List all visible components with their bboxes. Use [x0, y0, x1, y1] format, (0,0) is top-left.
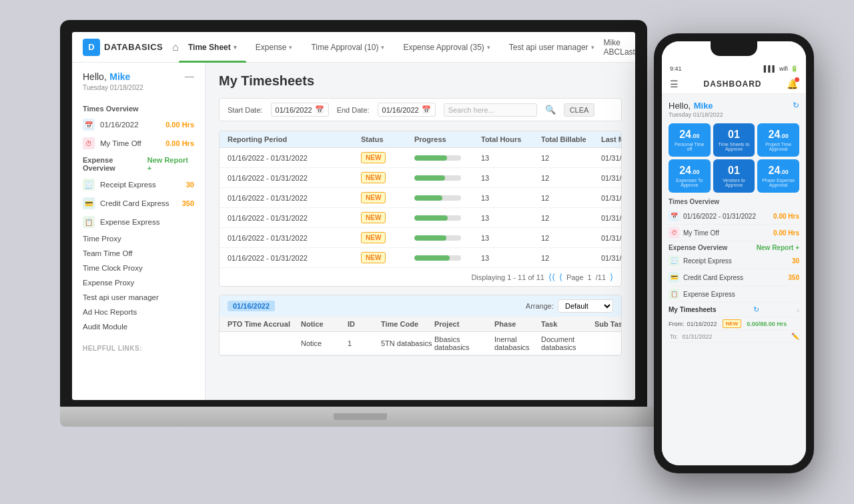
- cell-modified: 01/31/2022: [601, 234, 622, 242]
- stat-card-expenses: 24.00 Expenses To Approve: [669, 159, 711, 193]
- nav-tab-expense[interactable]: Expense ▾: [246, 32, 302, 63]
- phone-ts-from: From: 01/16/2022 NEW 0.00/88.00 Hrs: [669, 319, 799, 328]
- first-page-button[interactable]: ⟨⟨: [548, 272, 555, 282]
- receipt-icon: 🧾: [669, 255, 679, 266]
- chevron-down-icon: ▾: [487, 44, 490, 51]
- end-date-input[interactable]: 01/16/2022 📅: [378, 103, 436, 117]
- cell-modified: 01/31/2022: [601, 254, 622, 262]
- bell-icon[interactable]: 🔔: [787, 79, 798, 89]
- minimize-icon[interactable]: —: [185, 71, 194, 81]
- search-input[interactable]: Search here...: [444, 103, 537, 117]
- cell-modified: 01/31/2022: [601, 214, 622, 222]
- timesheets-table: Reporting Period Status Progress Total H…: [219, 131, 622, 287]
- times-overview-title: Times Overview: [72, 99, 205, 115]
- hamburger-icon[interactable]: ☰: [670, 79, 679, 89]
- col-header-billable: Total Billable: [541, 135, 601, 143]
- chevron-down-icon: ▾: [289, 44, 292, 51]
- sidebar-link-audit[interactable]: Audit Module: [72, 319, 205, 334]
- cell-period: 01/16/2022 - 01/31/2022: [228, 154, 361, 162]
- page-number: 1: [588, 273, 592, 281]
- col-header-progress: Progress: [414, 135, 481, 143]
- clear-button[interactable]: CLEA: [564, 103, 595, 117]
- arrange-select[interactable]: Default: [558, 299, 613, 313]
- cell-hours: 13: [481, 214, 541, 222]
- phone-badge-receipt: 30: [792, 257, 799, 265]
- cell-hours: 13: [481, 174, 541, 182]
- nav-tab-timesheet[interactable]: Time Sheet ▾: [179, 32, 246, 63]
- col-header-period: Reporting Period: [228, 135, 361, 143]
- time-off-icon: ⏱: [83, 137, 95, 149]
- sidebar-link-test-api[interactable]: Test api user manager: [72, 290, 205, 305]
- status-badge: NEW: [361, 172, 386, 183]
- sidebar-item-expense[interactable]: 📋 Expense Express: [72, 213, 205, 231]
- cell-notice: Notice: [301, 339, 348, 347]
- phone-item-credit-card: 💳 Credit Card Express 350: [669, 269, 799, 286]
- cell-billable: 12: [541, 214, 601, 222]
- sidebar-greeting: Hello, Mike Tuesday 01/18/2022 —: [72, 71, 205, 99]
- cell-billable: 12: [541, 194, 601, 202]
- sidebar-link-adhoc[interactable]: Ad Hoc Reports: [72, 305, 205, 319]
- edit-icon[interactable]: ✏️: [791, 333, 799, 340]
- ts-new-badge: NEW: [723, 319, 742, 328]
- phone-item-date: 📅 01/16/2022 - 01/31/2022 0.00 Hrs: [669, 208, 799, 225]
- phone-item-receipt: 🧾 Receipt Express 30: [669, 253, 799, 269]
- stat-card-timesheets: 01 Time Sheets to Approve: [713, 123, 755, 157]
- search-icon[interactable]: 🔍: [545, 105, 556, 115]
- start-date-input[interactable]: 01/16/2022 📅: [271, 103, 329, 117]
- sidebar-link-team-time-off[interactable]: Team Time Off: [72, 246, 205, 261]
- arrange-label: Arrange:: [526, 302, 554, 310]
- sidebar-item-time-off[interactable]: ⏱ My Time Off 0.00 Hrs: [72, 134, 205, 153]
- sidebar-link-expense-proxy[interactable]: Expense Proxy: [72, 275, 205, 290]
- phone-new-report-button[interactable]: New Report +: [757, 244, 799, 251]
- cell-id: 1: [348, 339, 381, 347]
- sidebar-link-time-clock[interactable]: Time Clock Proxy: [72, 261, 205, 275]
- cell-period: 01/16/2022 - 01/31/2022: [228, 174, 361, 182]
- prev-page-button[interactable]: ⟨: [559, 272, 562, 282]
- table-row: 01/16/2022 - 01/31/2022 NEW 13 12 01/31/…: [220, 188, 621, 208]
- bth-phase: Phase: [494, 320, 541, 328]
- next-page-button[interactable]: ⟩: [610, 272, 613, 282]
- stat-label: Vendors to Approve: [717, 178, 751, 187]
- bottom-header: 01/16/2022 Arrange: Default: [220, 295, 621, 317]
- greeting-date: Tuesday 01/18/2022: [83, 84, 143, 91]
- col-header-hours: Total Hours: [481, 135, 541, 143]
- status-badge: NEW: [361, 212, 386, 223]
- cell-billable: 12: [541, 234, 601, 242]
- new-report-button[interactable]: New Report +: [147, 156, 194, 172]
- stat-label: Project Time Approval: [761, 142, 795, 151]
- stat-card-phase-expense: 24.00 Phase Expense Approval: [757, 159, 799, 193]
- bth-project: Project: [434, 320, 494, 328]
- nav-tab-time-approval[interactable]: Time Approval (10) ▾: [302, 32, 394, 63]
- greeting-hello: Hello,: [83, 71, 107, 82]
- progress-bar: [414, 175, 461, 181]
- time-off-icon: ⏱: [669, 227, 679, 238]
- phone-date: Tuesday 01/18/2022: [669, 111, 799, 118]
- stat-num: 01: [717, 129, 751, 141]
- ts-hours: 0.00/88.00 Hrs: [747, 321, 787, 327]
- refresh-icon[interactable]: ↻: [793, 101, 799, 110]
- progress-bar: [414, 255, 461, 261]
- nav-tabs: Time Sheet ▾ Expense ▾ Time Approval (10…: [179, 32, 604, 63]
- stat-label: Time Sheets to Approve: [717, 142, 751, 151]
- user-menu[interactable]: Mike ABCLast ▾: [604, 38, 635, 57]
- logo-text: DATABASICS: [104, 42, 163, 52]
- home-icon[interactable]: ⌂: [172, 41, 179, 53]
- sidebar-item-receipt[interactable]: 🧾 Receipt Express 30: [72, 175, 205, 194]
- sidebar-item-date[interactable]: 📅 01/16/2022 0.00 Hrs: [72, 115, 205, 134]
- phone-hello-name: Mike: [694, 101, 713, 111]
- table-row: 01/16/2022 - 01/31/2022 NEW 13 12 01/31/…: [220, 148, 621, 168]
- nav-tab-test-api[interactable]: Test api user manager ▾: [500, 32, 604, 63]
- status-badge: NEW: [361, 232, 386, 243]
- sidebar-item-credit-card[interactable]: 💳 Credit Card Express 350: [72, 194, 205, 213]
- expense-icon: 📋: [669, 289, 679, 299]
- sidebar-link-time-proxy[interactable]: Time Proxy: [72, 231, 205, 246]
- progress-bar: [414, 155, 461, 161]
- page-title: My Timesheets: [219, 73, 622, 89]
- sidebar: Hello, Mike Tuesday 01/18/2022 — Times O…: [72, 63, 205, 400]
- nav-tab-expense-approval[interactable]: Expense Approval (35) ▾: [394, 32, 499, 63]
- chevron-right-icon: ›: [797, 306, 799, 314]
- cell-billable: 12: [541, 254, 601, 262]
- receipt-icon: 🧾: [83, 179, 95, 191]
- greeting-name: Mike: [109, 71, 130, 82]
- phone-my-timesheets-row[interactable]: My Timesheets ↻ ›: [669, 303, 799, 317]
